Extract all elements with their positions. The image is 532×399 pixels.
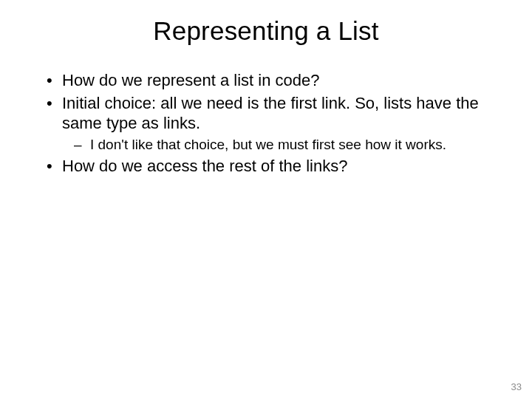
slide: Representing a List How do we represent …	[0, 0, 532, 399]
bullet-text: How do we represent a list in code?	[62, 71, 320, 89]
bullet-text: Initial choice: all we need is the first…	[62, 94, 479, 132]
bullet-list: How do we represent a list in code? Init…	[43, 71, 495, 177]
slide-content: How do we represent a list in code? Init…	[37, 71, 495, 177]
sub-bullet-text: I don't like that choice, but we must fi…	[90, 137, 446, 152]
bullet-item: How do we access the rest of the links?	[43, 157, 495, 177]
bullet-text: How do we access the rest of the links?	[62, 157, 347, 175]
page-number: 33	[511, 381, 522, 392]
sub-bullet-item: I don't like that choice, but we must fi…	[71, 136, 495, 154]
sub-bullet-list: I don't like that choice, but we must fi…	[62, 136, 495, 154]
slide-title: Representing a List	[37, 16, 495, 46]
bullet-item: How do we represent a list in code?	[43, 71, 495, 91]
bullet-item: Initial choice: all we need is the first…	[43, 94, 495, 154]
